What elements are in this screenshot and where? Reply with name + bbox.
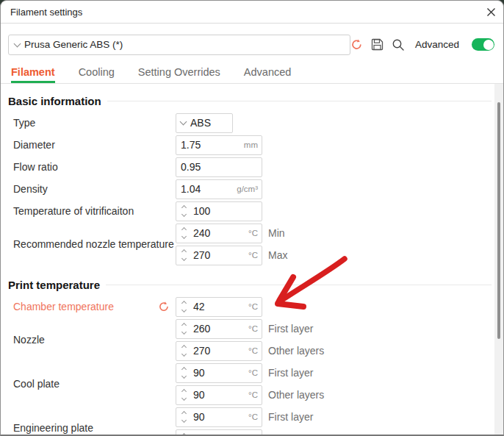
- settings-panel: Basic information Type ABS Diameter mm F…: [1, 84, 494, 435]
- section-title: Basic information: [8, 95, 101, 107]
- tab-cooling[interactable]: Cooling: [79, 65, 115, 83]
- filament-settings-dialog: Filament settings Prusa Generic ABS (*): [0, 0, 504, 436]
- vitrification-inputbox: [176, 201, 262, 221]
- spinner-buttons[interactable]: [176, 320, 189, 338]
- section-title: Print temperature: [8, 279, 100, 291]
- preset-toolbar: Prusa Generic ABS (*): [1, 24, 503, 65]
- section-print-temperature: Print temperature: [8, 276, 494, 293]
- unit-label: °C: [248, 368, 262, 377]
- spin-down-icon: [181, 256, 187, 261]
- chevron-down-icon: [180, 118, 187, 126]
- unit-label: °C: [248, 302, 262, 311]
- field-label: Flow ratio: [13, 161, 176, 173]
- advanced-mode-toggle[interactable]: [472, 38, 494, 51]
- engineering-plate-first-layer-input[interactable]: [189, 411, 248, 423]
- undo-preset-button[interactable]: [350, 38, 363, 51]
- preset-dropdown[interactable]: Prusa Generic ABS (*): [8, 35, 350, 55]
- unit-label: °C: [248, 346, 262, 355]
- close-button[interactable]: [478, 1, 503, 23]
- flow-ratio-input[interactable]: [176, 161, 262, 173]
- spinner-buttons[interactable]: [176, 298, 189, 316]
- first-layer-tag: First layer: [268, 367, 313, 379]
- save-icon: [371, 38, 384, 51]
- nozzle-other-layers-input[interactable]: [189, 345, 248, 357]
- spinner-buttons[interactable]: [176, 408, 189, 426]
- nozzle-first-layer-inputbox: °C: [176, 319, 262, 339]
- nozzle-temp-max-row: °C Max: [176, 244, 287, 266]
- spinner-buttons[interactable]: [176, 342, 189, 360]
- type-dropdown[interactable]: ABS: [176, 113, 233, 133]
- nozzle-first-layer-input[interactable]: [189, 323, 248, 335]
- cool-plate-first-layer-input[interactable]: [189, 367, 248, 379]
- search-button[interactable]: [392, 38, 405, 51]
- diameter-input[interactable]: [176, 139, 244, 151]
- section-basic-information: Basic information: [8, 93, 494, 109]
- tab-filament[interactable]: Filament: [11, 65, 55, 83]
- nozzle-label: Nozzle: [13, 334, 176, 346]
- density-inputbox: g/cm³: [176, 179, 262, 199]
- field-group-cool-plate: Cool plate °C First layer °C: [8, 362, 494, 406]
- field-label: Density: [13, 183, 176, 195]
- spin-up-icon: [181, 205, 187, 210]
- undo-chamber-button[interactable]: [158, 301, 170, 312]
- spinner-buttons[interactable]: [176, 246, 189, 265]
- tab-setting-overrides[interactable]: Setting Overrides: [138, 65, 220, 83]
- field-group-recommended-nozzle-temp: Recommended nozzle temperature °C Min °C: [8, 222, 494, 266]
- toggle-knob: [483, 40, 494, 50]
- unit-label: °C: [248, 390, 262, 399]
- nozzle-temp-min-inputbox: °C: [176, 224, 262, 243]
- spinner-buttons[interactable]: [176, 202, 189, 221]
- tab-advanced[interactable]: Advanced: [244, 65, 292, 83]
- scrollbar-track[interactable]: [494, 84, 503, 435]
- search-icon: [392, 38, 405, 51]
- field-label: Diameter: [13, 139, 176, 151]
- nozzle-first-layer-row: °C First layer: [176, 318, 324, 340]
- spin-up-icon: [181, 323, 187, 328]
- spinner-buttons[interactable]: [176, 430, 189, 435]
- chevron-down-icon: [14, 40, 21, 47]
- cool-plate-other-layers-input[interactable]: [189, 389, 248, 401]
- section-divider: [107, 101, 492, 101]
- min-tag: Min: [268, 227, 285, 239]
- engineering-plate-first-layer-row: °C First layer: [176, 406, 313, 428]
- cool-plate-other-layers-inputbox: °C: [176, 385, 262, 405]
- spin-up-icon: [181, 411, 187, 416]
- close-icon: [486, 7, 496, 17]
- nozzle-temp-max-input[interactable]: [189, 249, 248, 261]
- save-preset-button[interactable]: [371, 38, 384, 51]
- dialog-title: Filament settings: [10, 7, 82, 18]
- spinner-buttons[interactable]: [176, 386, 189, 404]
- advanced-mode-label: Advanced: [415, 39, 459, 50]
- field-row-density: Density g/cm³: [8, 178, 494, 200]
- field-row-chamber-temperature: Chamber temperature °C: [8, 296, 494, 318]
- spinner-buttons[interactable]: [176, 364, 189, 382]
- unit-label: mm: [244, 140, 262, 149]
- field-group-engineering-plate: Engineering plate °C First layer: [8, 406, 494, 435]
- field-label-modified: Chamber temperature: [13, 301, 176, 312]
- vitrification-input[interactable]: [189, 205, 262, 217]
- spin-up-icon: [181, 301, 187, 306]
- scrollbar-thumb[interactable]: [497, 102, 500, 339]
- unit-label: °C: [248, 412, 262, 421]
- field-label: Temperature of vitrificaiton: [13, 205, 176, 217]
- nozzle-temp-max-inputbox: °C: [176, 246, 262, 265]
- spin-up-icon: [181, 345, 187, 350]
- field-row-diameter: Diameter mm: [8, 134, 494, 156]
- spin-down-icon: [181, 351, 187, 357]
- spin-down-icon: [181, 212, 187, 217]
- field-row-flow-ratio: Flow ratio: [8, 156, 494, 178]
- nozzle-temp-min-row: °C Min: [176, 222, 287, 244]
- chamber-temperature-inputbox: °C: [176, 297, 262, 317]
- other-layers-tag: Other layers: [268, 389, 324, 401]
- spinner-buttons[interactable]: [176, 224, 189, 243]
- chamber-temperature-input[interactable]: [189, 301, 248, 312]
- engineering-plate-other-layers-input[interactable]: [189, 433, 262, 435]
- max-tag: Max: [268, 249, 287, 261]
- spin-down-icon: [181, 374, 187, 379]
- field-group-nozzle: Nozzle °C First layer °C O: [8, 318, 494, 362]
- spin-down-icon: [181, 307, 187, 312]
- nozzle-temp-min-input[interactable]: [189, 227, 248, 239]
- cool-plate-other-layers-row: °C Other layers: [176, 384, 324, 406]
- cool-plate-first-layer-inputbox: °C: [176, 363, 262, 383]
- density-input[interactable]: [176, 183, 237, 195]
